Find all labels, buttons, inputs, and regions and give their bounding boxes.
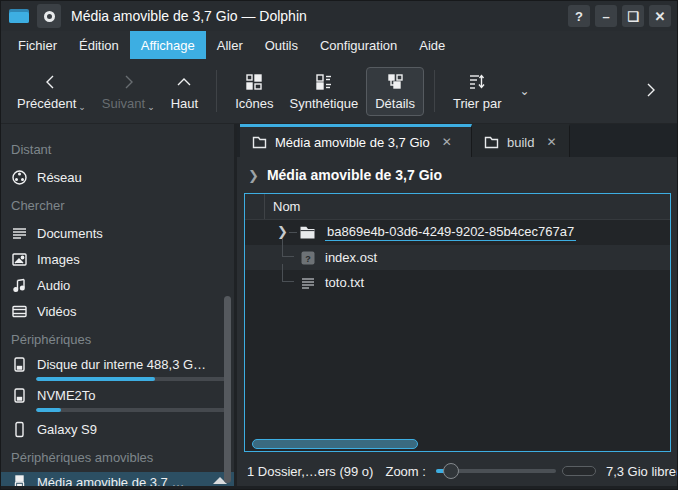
forward-dropdown-icon: ⌄ bbox=[147, 103, 155, 111]
svg-text:?: ? bbox=[305, 253, 311, 263]
file-row[interactable]: ? index.ost bbox=[245, 245, 670, 270]
folder-icon bbox=[299, 225, 316, 240]
zoom-label: Zoom : bbox=[385, 464, 425, 479]
window-bottom-edge bbox=[1, 486, 677, 489]
section-header-peripheriques: Périphériques bbox=[1, 324, 234, 354]
sidebar-item-label: NVME2To bbox=[37, 388, 228, 403]
view-icons-icon bbox=[244, 72, 264, 92]
close-button[interactable]: ✕ bbox=[649, 5, 671, 27]
free-space-label: 7,3 Gio libre(s) bbox=[606, 464, 678, 479]
menu-aide[interactable]: Aide bbox=[408, 31, 456, 59]
sidebar-item-reseau[interactable]: Réseau bbox=[1, 164, 234, 190]
breadcrumb-chevron-icon: ❯ bbox=[248, 168, 259, 183]
minimize-button[interactable]: – bbox=[595, 5, 617, 27]
sidebar-item-label: Disque dur interne 488,3 G… bbox=[37, 357, 228, 372]
sidebar-item-label: Audio bbox=[37, 278, 228, 293]
toolbar-separator bbox=[216, 70, 217, 112]
sort-icon bbox=[467, 72, 487, 92]
sidebar-item-media-amovible[interactable]: Média amovible de 3,7 … bbox=[1, 472, 234, 486]
video-icon bbox=[11, 303, 28, 320]
sidebar-scrollbar[interactable] bbox=[224, 296, 231, 483]
view-details-button[interactable]: Détails bbox=[366, 67, 424, 116]
status-bar: 1 Dossier,…ers (99 o) Zoom : 7,3 Gio lib… bbox=[237, 456, 677, 486]
menu-edition[interactable]: Édition bbox=[68, 31, 130, 59]
chevron-right-icon bbox=[118, 72, 138, 92]
sort-by-button[interactable]: Trier par bbox=[445, 68, 510, 115]
section-header-chercher: Chercher bbox=[1, 190, 234, 220]
section-header-distant: Distant bbox=[1, 134, 234, 164]
menu-affichage[interactable]: Affichage bbox=[130, 31, 206, 59]
zoom-slider[interactable] bbox=[436, 462, 556, 480]
file-row[interactable]: ❯ ba869e4b-03d6-4249-9202-85b4cec767a7 bbox=[245, 220, 670, 245]
maximize-button[interactable]: ❑ bbox=[622, 5, 644, 27]
document-icon bbox=[11, 225, 28, 242]
forward-button[interactable]: Suivant⌄ bbox=[94, 68, 163, 115]
usb-drive-icon bbox=[11, 474, 28, 486]
sidebar-item-label: Documents bbox=[37, 226, 228, 241]
horizontal-scrollbar[interactable] bbox=[245, 437, 670, 451]
sidebar-item-images[interactable]: Images bbox=[1, 246, 234, 272]
menu-ring-icon bbox=[44, 11, 55, 22]
section-header-peripheriques-amovibles: Périphériques amovibles bbox=[1, 442, 234, 472]
sort-dropdown-icon[interactable]: ⌄ bbox=[520, 84, 530, 98]
sidebar-item-audio[interactable]: Audio bbox=[1, 272, 234, 298]
dolphin-window: Média amovible de 3,7 Gio — Dolphin ? – … bbox=[0, 0, 678, 490]
disk-usage-bar bbox=[36, 377, 228, 381]
text-file-icon bbox=[300, 275, 316, 291]
application-menu-button[interactable] bbox=[37, 4, 61, 28]
breadcrumb[interactable]: ❯ Média amovible de 3,7 Gio bbox=[237, 157, 677, 193]
tab-close-icon[interactable]: ✕ bbox=[546, 135, 556, 149]
column-header-nom: Nom bbox=[265, 199, 300, 214]
menu-fichier[interactable]: Fichier bbox=[7, 31, 68, 59]
sidebar-item-videos[interactable]: Vidéos bbox=[1, 298, 234, 324]
file-view: Nom ❯ ba869e4b-03d6-4249-9202-85b4cec767… bbox=[244, 193, 671, 452]
window-title: Média amovible de 3,7 Gio — Dolphin bbox=[71, 8, 307, 24]
sidebar-item-documents[interactable]: Documents bbox=[1, 220, 234, 246]
menu-configuration[interactable]: Configuration bbox=[309, 31, 408, 59]
forward-label: Suivant bbox=[102, 96, 145, 111]
help-button[interactable]: ? bbox=[568, 5, 590, 27]
zoom-slider-handle[interactable] bbox=[443, 463, 459, 479]
menu-outils[interactable]: Outils bbox=[254, 31, 309, 59]
up-button[interactable]: Haut bbox=[163, 68, 206, 115]
toolbar: Précédent⌄ Suivant⌄ Haut Icônes Synthéti… bbox=[1, 59, 677, 124]
back-label: Précédent bbox=[17, 96, 76, 111]
titlebar: Média amovible de 3,7 Gio — Dolphin ? – … bbox=[1, 1, 677, 31]
disk-usage-bar bbox=[36, 408, 228, 412]
image-icon bbox=[11, 251, 28, 268]
view-icons-button[interactable]: Icônes bbox=[227, 68, 281, 115]
view-compact-button[interactable]: Synthétique bbox=[282, 68, 367, 115]
file-row[interactable]: toto.txt bbox=[245, 270, 670, 295]
harddrive-icon bbox=[11, 356, 28, 373]
status-summary: 1 Dossier,…ers (99 o) bbox=[247, 464, 373, 479]
unknown-file-icon: ? bbox=[300, 250, 316, 266]
sidebar-item-label: Réseau bbox=[37, 170, 228, 185]
scrollbar-handle[interactable] bbox=[252, 439, 418, 449]
sidebar-item-label: Galaxy S9 bbox=[37, 422, 228, 437]
file-name[interactable]: toto.txt bbox=[325, 275, 364, 290]
file-name[interactable]: ba869e4b-03d6-4249-9202-85b4cec767a7 bbox=[325, 224, 576, 241]
sidebar-item-label: Vidéos bbox=[37, 304, 228, 319]
folder-icon bbox=[484, 136, 499, 149]
network-icon bbox=[11, 169, 28, 186]
chevron-left-icon bbox=[41, 72, 61, 92]
tab-close-icon[interactable]: ✕ bbox=[442, 135, 452, 149]
sidebar-item-label: Média amovible de 3,7 … bbox=[37, 475, 203, 486]
sidebar-item-nvme2to[interactable]: NVME2To bbox=[1, 385, 234, 416]
toolbar-overflow-icon[interactable] bbox=[643, 81, 659, 102]
back-dropdown-icon: ⌄ bbox=[78, 103, 86, 111]
tab-label: build bbox=[507, 135, 534, 150]
file-name[interactable]: index.ost bbox=[325, 250, 377, 265]
chevron-up-icon bbox=[174, 72, 194, 92]
back-button[interactable]: Précédent⌄ bbox=[9, 68, 94, 115]
tab-media-amovible[interactable]: Média amovible de 3,7 Gio ✕ bbox=[240, 124, 472, 157]
sidebar-item-galaxy-s9[interactable]: Galaxy S9 bbox=[1, 416, 234, 442]
menu-aller[interactable]: Aller bbox=[206, 31, 254, 59]
view-compact-icon bbox=[314, 72, 334, 92]
tab-build[interactable]: build ✕ bbox=[472, 124, 570, 157]
view-details-icon bbox=[385, 72, 405, 92]
places-panel: Distant Réseau Chercher Documents bbox=[1, 124, 234, 486]
column-header[interactable]: Nom bbox=[245, 194, 670, 220]
expand-chevron-icon[interactable]: ❯ bbox=[277, 224, 288, 239]
sidebar-item-disque-interne[interactable]: Disque dur interne 488,3 G… bbox=[1, 354, 234, 385]
